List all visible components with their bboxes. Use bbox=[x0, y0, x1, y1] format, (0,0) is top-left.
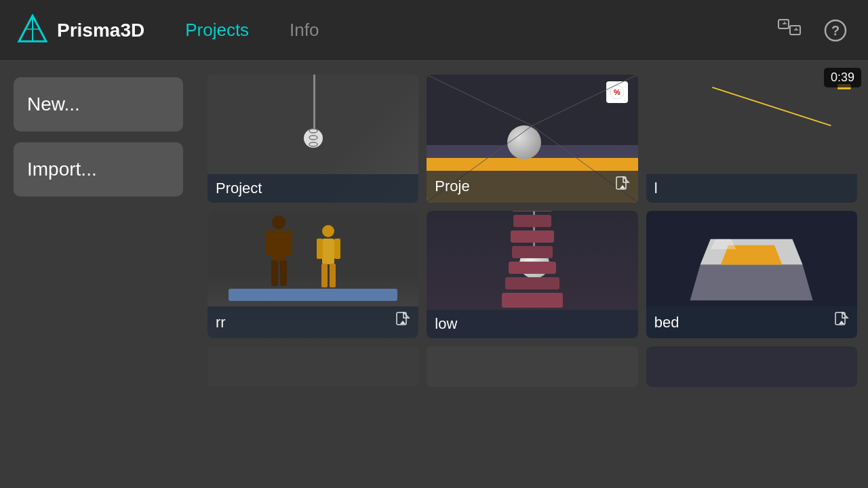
svg-rect-47 bbox=[505, 277, 559, 289]
card-thumbnail-7 bbox=[208, 346, 418, 387]
timer-badge: 0:39 bbox=[824, 68, 861, 87]
svg-point-26 bbox=[272, 216, 285, 229]
card-label-4: rr bbox=[208, 306, 418, 338]
project-card-3[interactable]: l bbox=[646, 75, 857, 203]
card-label-2: Proje bbox=[427, 171, 637, 203]
svg-line-17 bbox=[427, 75, 532, 125]
svg-rect-42 bbox=[512, 211, 553, 212]
help-icon: ? bbox=[823, 18, 848, 43]
svg-rect-34 bbox=[317, 239, 323, 259]
file-icon-2 bbox=[615, 176, 630, 197]
sidebar: New... Import... bbox=[0, 61, 197, 488]
svg-rect-33 bbox=[322, 239, 334, 264]
svg-line-24 bbox=[712, 87, 831, 126]
svg-rect-29 bbox=[285, 230, 292, 255]
svg-rect-28 bbox=[266, 230, 273, 255]
main-nav: Projects Info bbox=[185, 20, 319, 41]
svg-rect-43 bbox=[513, 215, 551, 227]
card-label-3: l bbox=[646, 174, 857, 203]
svg-point-32 bbox=[322, 225, 334, 237]
file-icon-6 bbox=[834, 312, 849, 333]
svg-marker-55 bbox=[839, 321, 844, 324]
logo-area: Prisma3D bbox=[16, 14, 144, 47]
svg-marker-23 bbox=[620, 185, 625, 188]
project-card-8[interactable] bbox=[427, 346, 637, 387]
nav-info[interactable]: Info bbox=[290, 20, 319, 41]
svg-rect-36 bbox=[321, 264, 328, 287]
main-content: New... Import... 0:39 Pr bbox=[0, 61, 868, 488]
import-button[interactable]: Import... bbox=[14, 142, 183, 197]
svg-marker-49 bbox=[690, 264, 813, 300]
project-card-6[interactable]: bed bbox=[646, 211, 857, 339]
svg-rect-35 bbox=[334, 239, 340, 259]
translate-button[interactable] bbox=[773, 14, 806, 47]
figure-gold bbox=[313, 224, 344, 289]
app-title: Prisma3D bbox=[57, 20, 144, 41]
svg-rect-46 bbox=[509, 262, 556, 274]
card-thumbnail-8 bbox=[427, 346, 637, 387]
svg-rect-48 bbox=[502, 293, 563, 308]
translate-icon bbox=[777, 18, 802, 43]
nav-projects[interactable]: Projects bbox=[185, 20, 249, 41]
svg-marker-40 bbox=[400, 321, 406, 324]
svg-rect-45 bbox=[512, 246, 553, 258]
project-card-1[interactable]: Project bbox=[208, 75, 418, 203]
card-label-1: Project bbox=[208, 174, 418, 203]
tower-shape bbox=[498, 211, 566, 319]
svg-rect-27 bbox=[272, 230, 285, 261]
platform bbox=[229, 289, 397, 301]
svg-point-12 bbox=[309, 129, 317, 133]
svg-text:?: ? bbox=[831, 23, 840, 38]
card-label-6: bed bbox=[646, 306, 857, 338]
card-thumbnail-9 bbox=[646, 346, 857, 387]
project-grid: 0:39 Project bbox=[197, 61, 868, 488]
card-label-5: low bbox=[427, 310, 637, 338]
app-logo-icon bbox=[16, 14, 49, 47]
project-card-2[interactable]: % Proje bbox=[427, 75, 637, 203]
svg-point-14 bbox=[309, 142, 317, 146]
project-card-5[interactable]: low bbox=[427, 211, 637, 339]
project-card-7[interactable] bbox=[208, 346, 418, 387]
svg-rect-37 bbox=[330, 264, 336, 287]
new-button[interactable]: New... bbox=[14, 77, 183, 131]
header-actions: ? bbox=[773, 14, 852, 47]
figure-dark bbox=[260, 214, 298, 289]
svg-rect-44 bbox=[511, 230, 554, 243]
lamp-chain bbox=[305, 125, 321, 152]
project-card-4[interactable]: rr bbox=[208, 211, 418, 339]
project-card-9[interactable] bbox=[646, 346, 857, 387]
svg-point-13 bbox=[309, 136, 317, 140]
file-icon-4 bbox=[395, 312, 410, 333]
app-header: Prisma3D Projects Info ? bbox=[0, 0, 868, 61]
svg-line-18 bbox=[532, 75, 638, 125]
svg-rect-31 bbox=[280, 260, 287, 286]
svg-rect-30 bbox=[271, 260, 278, 286]
help-button[interactable]: ? bbox=[819, 14, 852, 47]
